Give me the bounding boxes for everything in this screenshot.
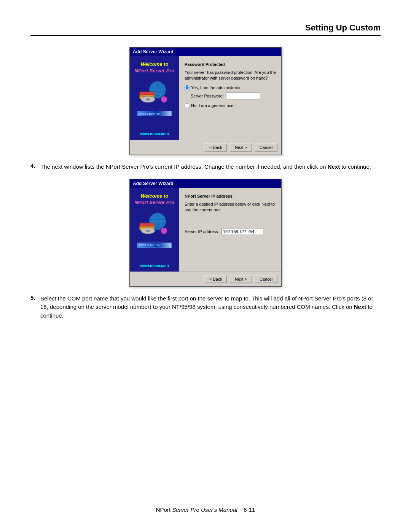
wizard-pw-title: Password Protected xyxy=(185,62,276,67)
step5-bold: Next xyxy=(354,304,366,310)
footer-prefix: NPort xyxy=(156,506,170,513)
wizard-welcome-2: Welcome to xyxy=(141,193,169,199)
step5-text: Select the COM port name that you would … xyxy=(40,294,381,320)
wizard-pw-desc: Your server has password protection. Are… xyxy=(185,70,276,81)
password-row: Server Password: xyxy=(191,93,276,99)
wizard-body-2: Welcome to NPort Server Pro xyxy=(130,188,281,286)
wizard-logo-1 xyxy=(135,77,174,108)
wizard-footer-2: < Back Next > Cancel xyxy=(130,272,281,286)
wizard-titlebar-1: Add Server Wizard xyxy=(130,48,281,56)
wizard-titlebar-2: Add Server Wizard xyxy=(130,179,281,188)
wizard-window-2: Add Server Wizard Welcome to NPort Serve… xyxy=(129,179,282,287)
wizard-url-2: www.moxa.com xyxy=(140,260,169,268)
wizard-brand-2: NPort Server Pro xyxy=(135,200,175,205)
radio-no-row[interactable]: No, I am a general user. xyxy=(185,103,276,108)
wizard-url-1: www.moxa.com xyxy=(140,129,169,136)
step4-text: The next window lists the NPort Server P… xyxy=(40,163,371,171)
wizard-ip-title: NPort Server IP address xyxy=(185,194,276,198)
back-button-1[interactable]: < Back xyxy=(204,143,227,152)
svg-point-9 xyxy=(146,98,150,100)
cancel-button-2[interactable]: Cancel xyxy=(255,275,277,283)
wizard-footer-1: < Back Next > Cancel xyxy=(130,140,281,155)
radio-no[interactable] xyxy=(185,103,190,108)
wizard-left-panel-1: Welcome to NPort Server Pro xyxy=(130,56,179,140)
back-button-2[interactable]: < Back xyxy=(204,275,227,283)
wizard-brand-1: NPort Server Pro xyxy=(135,68,175,73)
wizard-window-1: Add Server Wizard Welcome to NPort Serve… xyxy=(129,47,282,155)
ip-address-row: Server IP address: xyxy=(185,228,276,235)
step4-bold: Next xyxy=(328,163,340,170)
radio-yes-label: Yes, I am the administrator. xyxy=(191,85,242,90)
page-footer: NPort Server Pro User's Manual 6-11 xyxy=(0,506,411,513)
section-title: Setting Up Custom xyxy=(30,23,381,36)
wizard-welcome-1: Welcome to xyxy=(141,61,169,67)
wizard-content-row-2: Welcome to NPort Server Pro xyxy=(130,188,281,272)
wizard-content-row-1: Welcome to NPort Server Pro xyxy=(130,56,281,140)
radio-yes-row[interactable]: Yes, I am the administrator. xyxy=(185,85,276,90)
wizard-body-1: Welcome to NPort Server Pro xyxy=(130,56,281,155)
next-button-2[interactable]: Next > xyxy=(229,275,252,283)
svg-point-21 xyxy=(146,230,150,232)
step4-item: 4. The next window lists the NPort Serve… xyxy=(30,163,381,171)
svg-rect-19 xyxy=(140,223,154,226)
next-button-1[interactable]: Next > xyxy=(229,143,252,152)
wizard-right-panel-2: NPort Server IP address Enter a desired … xyxy=(179,188,281,272)
wizard-right-panel-1: Password Protected Your server has passw… xyxy=(179,56,281,140)
password-label: Server Password: xyxy=(191,94,224,98)
radio-yes[interactable] xyxy=(185,85,190,90)
footer-suffix: 6-11 xyxy=(244,506,255,513)
step5-item: 5. Select the COM port name that you wou… xyxy=(30,294,381,320)
wizard-left-panel-2: Welcome to NPort Server Pro xyxy=(130,188,179,272)
wizard-ip-desc1: Enter a desired IP address below or clic… xyxy=(185,201,276,213)
wizard-logo-2 xyxy=(135,209,174,240)
wizard-mini-bar-2: NPort Server Pro xyxy=(137,243,172,248)
step5-number: 5. xyxy=(30,294,38,301)
svg-rect-7 xyxy=(140,92,154,95)
footer-italic: Server Pro User's Manual xyxy=(172,506,237,513)
ip-label: Server IP address: xyxy=(185,229,219,234)
ip-input[interactable] xyxy=(221,228,263,235)
step4-number: 4. xyxy=(30,163,38,169)
radio-no-label: No, I am a general user. xyxy=(191,103,236,108)
page-container: Setting Up Custom Add Server Wizard Welc… xyxy=(0,0,411,532)
wizard-mini-bar-1: NPort Server Pro xyxy=(137,111,172,116)
password-input[interactable] xyxy=(226,93,260,99)
cancel-button-1[interactable]: Cancel xyxy=(255,143,277,152)
